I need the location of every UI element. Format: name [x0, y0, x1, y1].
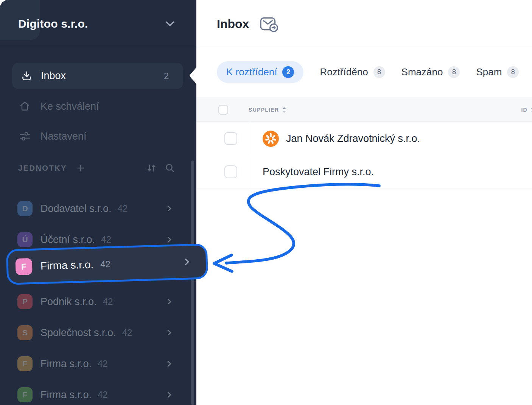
page-title: Inbox [217, 17, 249, 31]
unit-count: 42 [101, 234, 111, 245]
chevron-down-icon [165, 21, 175, 27]
unit-avatar: D [17, 201, 33, 216]
sidebar-item-inbox[interactable]: Inbox 2 [12, 63, 183, 89]
unit-avatar: Ú [17, 232, 33, 247]
unit-count: 42 [98, 389, 108, 400]
home-icon [19, 101, 31, 112]
unit-avatar: S [17, 325, 33, 340]
unit-name: Firma s.r.o. [40, 358, 92, 370]
sidebar-item-ke-schvaleni[interactable]: Ke schválení [0, 96, 196, 117]
column-label: ID [521, 107, 527, 113]
column-header-supplier[interactable]: SUPPLIER [249, 97, 286, 122]
unit-name: Firma s.r.o. [40, 389, 92, 401]
table-row[interactable]: Jan Novák Zdravotnický s.r.o. [196, 122, 532, 155]
mail-forward-icon[interactable] [260, 15, 278, 33]
panel-pointer-notch [190, 67, 197, 85]
tab-k-roztrideni[interactable]: K roztřídení 2 [217, 61, 303, 83]
tab-count-badge: 8 [507, 66, 519, 78]
add-unit-icon[interactable] [76, 164, 85, 173]
unit-avatar: F [17, 356, 33, 371]
unit-name: Společnost s.r.o. [40, 327, 116, 339]
chevron-right-icon [166, 360, 172, 368]
unit-name: Dodavatel s.r.o. [40, 203, 112, 215]
tab-label: Smazáno [401, 66, 443, 78]
select-all-checkbox[interactable] [218, 105, 228, 115]
supplier-name: Jan Novák Zdravotnický s.r.o. [286, 133, 420, 145]
unit-name: Účetní s.r.o. [40, 234, 95, 246]
sort-icon [530, 107, 532, 113]
unit-name: Podnik s.r.o. [40, 296, 97, 308]
unit-item-dodavatel[interactable]: D Dodavatel s.r.o. 42 [0, 197, 196, 220]
tab-label: Spam [476, 66, 502, 78]
sidebar: Digitoo s.r.o. Inbox 2 Ke schválení [0, 0, 196, 405]
unit-count: 42 [122, 327, 132, 338]
column-header-id[interactable]: ID [521, 97, 529, 122]
tab-count-badge: 8 [373, 66, 385, 78]
chevron-right-icon [166, 236, 172, 243]
sidebar-item-label: Inbox [41, 70, 66, 82]
tab-label: K roztřídení [226, 66, 277, 78]
inbox-tabs: K roztřídení 2 Roztříděno 8 Smazáno 8 Sp… [217, 59, 519, 84]
unit-name: Firma s.r.o. [40, 259, 94, 272]
unit-item-spolecnost[interactable]: S Společnost s.r.o. 42 [0, 321, 196, 344]
tab-spam[interactable]: Spam 8 [476, 61, 519, 83]
sidebar-scrollbar[interactable] [191, 160, 194, 405]
processing-spinner-icon [263, 131, 279, 147]
units-section-header: JEDNOTKY [0, 161, 196, 175]
tab-count-badge: 8 [448, 66, 460, 78]
chevron-right-icon [184, 258, 190, 266]
unit-count: 42 [103, 296, 113, 307]
sidebar-item-nastaveni[interactable]: Nastavení [0, 126, 196, 147]
chevron-right-icon [166, 298, 172, 305]
unit-count: 42 [100, 259, 111, 270]
chevron-right-icon [166, 391, 172, 399]
highlighted-unit-firma[interactable]: F Firma s.r.o. 42 [6, 243, 208, 285]
main-header: Inbox [196, 0, 532, 48]
tab-roztrideno[interactable]: Roztříděno 8 [320, 61, 385, 83]
workspace-name: Digitoo s.r.o. [18, 17, 88, 30]
sort-units-icon[interactable] [146, 163, 157, 173]
unit-item-firma-2[interactable]: F Firma s.r.o. 42 [0, 352, 196, 375]
supplier-name: Poskytovatel Firmy s.r.o. [263, 166, 374, 178]
unit-count: 42 [98, 358, 108, 369]
tab-label: Roztříděno [320, 66, 368, 78]
main-panel: Inbox K roztřídení 2 Roztříděno 8 Smaz [196, 0, 532, 405]
tab-count-badge: 2 [282, 66, 294, 78]
unit-item-firma-3[interactable]: F Firma s.r.o. 42 [0, 383, 196, 405]
sidebar-item-label: Ke schválení [40, 101, 99, 112]
unit-item-podnik[interactable]: P Podnik s.r.o. 42 [0, 290, 196, 313]
sidebar-item-label: Nastavení [40, 131, 87, 142]
workspace-switcher[interactable]: Digitoo s.r.o. [0, 0, 196, 48]
search-units-icon[interactable] [165, 163, 175, 173]
table-row[interactable]: Poskytovatel Firmy s.r.o. [196, 155, 532, 188]
inbox-count-badge: 2 [164, 71, 169, 81]
app-window: Digitoo s.r.o. Inbox 2 Ke schválení [0, 0, 532, 405]
unit-avatar: F [15, 258, 32, 275]
chevron-right-icon [166, 329, 172, 336]
unit-avatar: F [17, 387, 33, 402]
chevron-right-icon [166, 205, 172, 212]
sort-icon [282, 107, 286, 113]
sliders-icon [19, 131, 31, 142]
unit-avatar: P [17, 294, 33, 309]
row-checkbox[interactable] [224, 165, 237, 178]
inbox-download-icon [21, 70, 33, 82]
column-divider [250, 122, 250, 188]
table-header: SUPPLIER ID [196, 97, 532, 122]
row-checkbox[interactable] [224, 132, 237, 145]
tab-smazano[interactable]: Smazáno 8 [401, 61, 460, 83]
unit-count: 42 [118, 203, 128, 214]
column-label: SUPPLIER [249, 107, 279, 113]
units-section-title: JEDNOTKY [18, 164, 67, 173]
